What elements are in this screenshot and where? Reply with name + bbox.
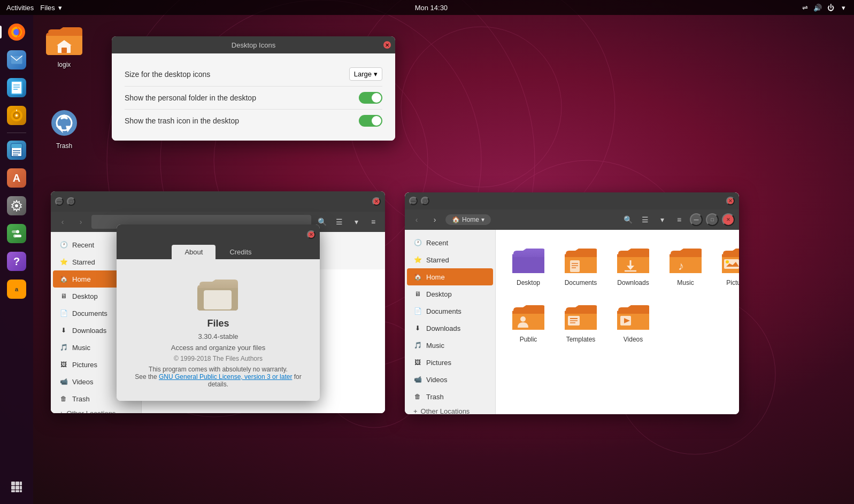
activities-button[interactable]: Activities	[6, 4, 34, 12]
taskbar-icon-apps[interactable]	[4, 474, 29, 500]
fm1-forward-button[interactable]: ›	[73, 214, 88, 229]
size-select[interactable]: Large ▾	[349, 67, 382, 81]
fm2-documents-folder-icon	[564, 243, 598, 277]
warranty-line2-prefix: See the	[135, 373, 159, 381]
taskbar-icon-settings[interactable]	[4, 193, 29, 219]
fm2-downloads-item[interactable]: Downloads	[609, 238, 657, 291]
gpl-link[interactable]: GNU General Public License, version 3 or…	[159, 373, 292, 381]
fm2-desktop-item[interactable]: Desktop	[504, 238, 552, 291]
taskbar-icon-font[interactable]: A	[4, 165, 29, 191]
fm2-documents-item[interactable]: Documents	[557, 238, 605, 291]
power-icon[interactable]: ⏻	[826, 3, 835, 12]
fm2-path-pill[interactable]: 🏠 Home ▾	[445, 214, 491, 225]
fm2-sort-arrow-icon[interactable]: ▾	[655, 212, 670, 227]
documents-label: Documents	[72, 309, 107, 317]
taskbar-icon-mail[interactable]	[4, 47, 29, 73]
fm2-sort-icon[interactable]: ☰	[637, 212, 652, 227]
fm2-recent-icon: 🕐	[413, 238, 422, 247]
fm2-sidebar-recent[interactable]: 🕐 Recent	[407, 234, 493, 251]
taskbar-divider-1	[7, 133, 26, 133]
fm2-other-locations[interactable]: + Other Locations	[405, 405, 495, 414]
about-tab-credits[interactable]: Credits	[217, 245, 264, 259]
desktop-icon-trash[interactable]: Trash	[43, 102, 86, 150]
about-version-label: 3.30.4-stable	[198, 332, 238, 340]
svg-point-34	[13, 235, 17, 238]
taskbar-icon-amazon[interactable]: a	[4, 276, 29, 302]
downloads-label: Downloads	[72, 327, 106, 335]
taskbar-icon-libreoffice[interactable]	[4, 75, 29, 100]
svg-point-3	[401, 27, 561, 187]
fm2-win-min-button[interactable]: —	[690, 213, 703, 226]
fm2-desktop-label: Desktop	[426, 290, 452, 298]
fm2-sidebar-starred[interactable]: ⭐ Starred	[407, 251, 493, 268]
pictures-label: Pictures	[72, 361, 97, 369]
fm2-pictures-label: Pictures	[426, 359, 451, 367]
taskbar-icon-firefox[interactable]	[4, 19, 29, 45]
fm2-music-label: Music	[426, 342, 444, 350]
fm2-sidebar-downloads[interactable]: ⬇ Downloads	[407, 320, 493, 337]
fm2-win-close-button[interactable]: ✕	[722, 213, 735, 226]
network-icon[interactable]: ⇌	[801, 3, 809, 12]
other-locations-plus-icon: +	[59, 409, 64, 413]
fm2-music-item[interactable]: ♪ Music	[661, 238, 710, 291]
fm2-sidebar-videos[interactable]: 📹 Videos	[407, 371, 493, 388]
taskbar-icon-rhythmbox[interactable]	[4, 103, 29, 128]
fm1-maximize-button[interactable]: □	[67, 197, 75, 206]
fm1-back-button[interactable]: ‹	[55, 214, 70, 229]
fm2-sidebar-documents[interactable]: 📄 Documents	[407, 303, 493, 320]
volume-icon[interactable]: 🔊	[813, 3, 822, 12]
fm2-sidebar-music[interactable]: 🎵 Music	[407, 337, 493, 354]
fm1-sort-icon[interactable]: ☰	[332, 214, 347, 229]
music-icon: 🎵	[59, 343, 68, 352]
logix-label: logix	[58, 61, 71, 68]
fm2-videos-item[interactable]: Videos	[609, 295, 657, 347]
svg-rect-35	[11, 482, 15, 485]
fm2-close-button[interactable]: ✕	[726, 197, 735, 205]
fm2-body: 🕐 Recent ⭐ Starred 🏠 Home 🖥 Desktop 📄	[405, 230, 739, 414]
about-tab-about[interactable]: About	[172, 245, 216, 259]
fm2-path-arrow-icon: ▾	[481, 216, 484, 223]
fm2-toolbar-icons: 🔍 ☰ ▾ ≡	[620, 212, 687, 227]
fm2-public-item[interactable]: Public	[504, 295, 552, 347]
taskbar-icon-writer[interactable]	[4, 137, 29, 163]
dialog-close-button[interactable]: ✕	[383, 41, 391, 49]
fm2-forward-button[interactable]: ›	[427, 212, 442, 227]
time-label: Mon 14:30	[415, 4, 448, 12]
app-name-menu[interactable]: Files ▾	[40, 4, 61, 12]
taskbar-icon-help[interactable]: ?	[4, 249, 29, 274]
fm2-win-max-button[interactable]: □	[706, 213, 719, 226]
fm1-sort-arrow-icon[interactable]: ▾	[349, 214, 364, 229]
fm2-pictures-folder-icon	[721, 243, 739, 277]
svg-point-63	[520, 316, 526, 322]
svg-rect-26	[11, 144, 22, 148]
trash-icon-toggle[interactable]	[359, 115, 382, 127]
fm2-sidebar-home[interactable]: 🏠 Home	[407, 268, 493, 285]
fm2-templates-item[interactable]: Templates	[557, 295, 605, 347]
taskbar-icon-tweaks[interactable]	[4, 221, 29, 246]
fm1-minimize-button[interactable]: —	[55, 197, 64, 206]
about-close-button[interactable]: ✕	[307, 230, 316, 239]
fm2-search-icon[interactable]: 🔍	[620, 212, 635, 227]
fm2-sidebar-trash[interactable]: 🗑 Trash	[407, 388, 493, 405]
fm2-trash-label: Trash	[426, 393, 444, 401]
system-menu-arrow-icon[interactable]: ▾	[839, 3, 848, 12]
fm2-maximize-button[interactable]: □	[421, 197, 429, 205]
svg-text:♪: ♪	[678, 259, 684, 273]
fm2-titlebar: — □ ✕	[405, 192, 739, 210]
about-tabs: About Credits	[117, 245, 320, 259]
fm1-menu-icon[interactable]: ≡	[366, 214, 381, 229]
fm2-pictures-item[interactable]: Pictures	[714, 238, 739, 291]
fm2-sidebar-pictures[interactable]: 🖼 Pictures	[407, 354, 493, 371]
fm1-other-locations[interactable]: + Other Locations	[51, 407, 141, 413]
fm2-back-button[interactable]: ‹	[409, 212, 424, 227]
desktop-icon-logix[interactable]: logix	[43, 20, 86, 68]
svg-rect-14	[11, 81, 22, 94]
fm1-close-button[interactable]: ✕	[372, 197, 381, 206]
fm2-music-icon: 🎵	[413, 341, 422, 350]
svg-rect-37	[20, 482, 22, 485]
personal-folder-toggle[interactable]	[359, 92, 382, 104]
fm2-documents-item-label: Documents	[565, 279, 597, 286]
fm2-menu-icon[interactable]: ≡	[672, 212, 687, 227]
fm2-minimize-button[interactable]: —	[409, 197, 418, 205]
fm2-sidebar-desktop[interactable]: 🖥 Desktop	[407, 285, 493, 303]
